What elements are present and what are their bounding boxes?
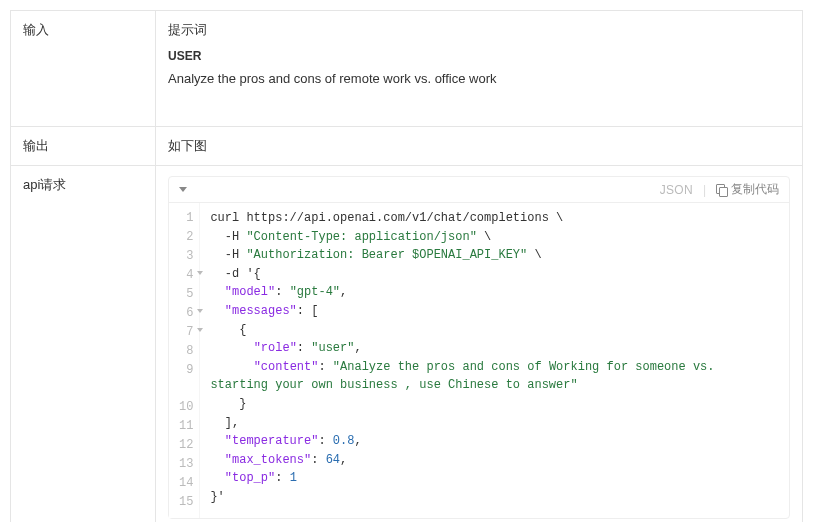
row-input: 输入 提示词 USER Analyze the pros and cons of…: [11, 11, 802, 127]
row-input-content: 提示词 USER Analyze the pros and cons of re…: [156, 11, 802, 126]
chevron-down-icon[interactable]: [179, 187, 187, 192]
copy-icon: [716, 184, 727, 195]
code-gutter: 1 2 3 4 5 6 7 8 9101112131415: [169, 203, 200, 518]
row-output: 输出 如下图: [11, 127, 802, 166]
code-block: JSON | 复制代码 1 2 3 4 5 6 7 8 910111213141…: [168, 176, 790, 519]
role-label: USER: [168, 49, 790, 63]
row-output-label: 输出: [11, 127, 156, 165]
toolbar-right: JSON | 复制代码: [660, 181, 779, 198]
code-body: 1 2 3 4 5 6 7 8 9101112131415 curl https…: [169, 203, 789, 518]
copy-code-label: 复制代码: [731, 181, 779, 198]
row-api-label: api请求: [11, 166, 156, 522]
code-language-tag: JSON: [660, 183, 693, 197]
row-output-content: 如下图: [156, 127, 802, 165]
info-table: 输入 提示词 USER Analyze the pros and cons of…: [10, 10, 803, 522]
row-input-label: 输入: [11, 11, 156, 126]
code-content[interactable]: curl https://api.openai.com/v1/chat/comp…: [200, 203, 789, 518]
code-toolbar: JSON | 复制代码: [169, 177, 789, 203]
toolbar-left: [179, 187, 193, 192]
row-api-content: JSON | 复制代码 1 2 3 4 5 6 7 8 910111213141…: [156, 166, 802, 522]
toolbar-separator: |: [703, 183, 706, 197]
copy-code-button[interactable]: 复制代码: [716, 181, 779, 198]
prompt-text: Analyze the pros and cons of remote work…: [168, 71, 790, 86]
row-api: api请求 JSON | 复制代码: [11, 166, 802, 522]
prompt-heading: 提示词: [168, 21, 790, 39]
